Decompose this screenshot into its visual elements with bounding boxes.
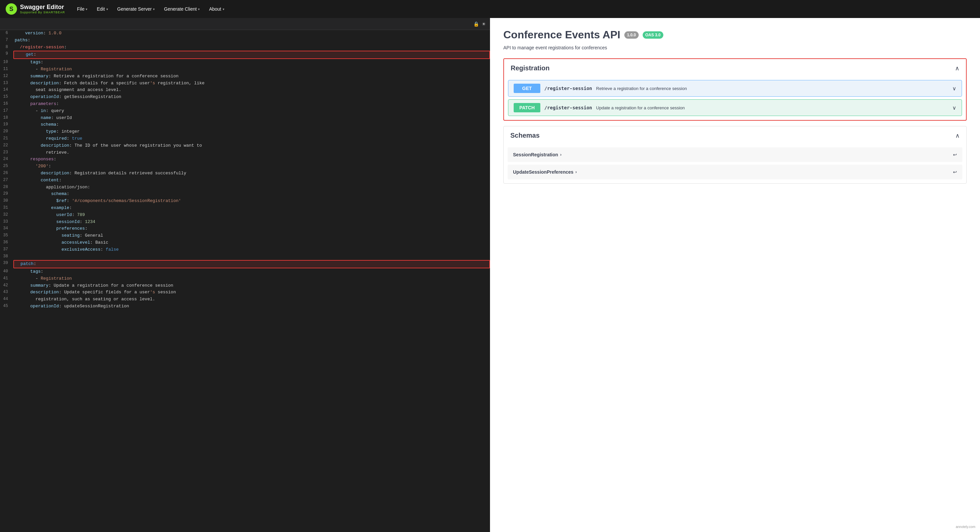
swagger-logo-icon: S	[5, 3, 18, 15]
smartbear-label: Supported By SMARTBEAR	[20, 11, 65, 14]
navbar: S Swagger Editor Supported By SMARTBEAR …	[0, 0, 980, 18]
schemas-header[interactable]: Schemas ∧	[504, 126, 966, 145]
code-line-32: 32 userId: 789	[0, 212, 490, 219]
code-line-22: 22 description: The ID of the user whose…	[0, 142, 490, 149]
code-line-25: 25 '200':	[0, 163, 490, 170]
code-line-39: 39 patch:	[0, 260, 490, 268]
session-registration-label: SessionRegistration	[513, 152, 558, 157]
swagger-label: Swagger Editor	[20, 4, 65, 11]
code-line-13: 13 description: Fetch details for a spec…	[0, 80, 490, 87]
code-line-23: 23 retrieve.	[0, 149, 490, 156]
get-register-session-row[interactable]: GET /register-session Retrieve a registr…	[508, 80, 962, 97]
patch-chevron-icon: ∨	[952, 105, 956, 111]
watermark: annotely.com	[954, 524, 977, 529]
code-line-28: 28 application/json:	[0, 184, 490, 191]
file-arrow-icon: ▾	[86, 7, 88, 11]
session-registration-arrow-icon: ↩	[953, 152, 957, 157]
code-line-21: 21 required: true	[0, 135, 490, 142]
code-line-36: 36 accessLevel: Basic	[0, 239, 490, 246]
code-line-43: 43 description: Update specific fields f…	[0, 289, 490, 296]
code-line-20: 20 type: integer	[0, 128, 490, 135]
update-session-expand-icon: ›	[575, 170, 577, 174]
editor-toolbar: 🔒 ☀	[0, 18, 490, 30]
get-endpoint-path: /register-session	[544, 86, 592, 91]
code-line-19: 19 schema:	[0, 121, 490, 128]
code-line-38: 38	[0, 253, 490, 260]
code-line-33: 33 sessionId: 1234	[0, 219, 490, 226]
code-line-7: 7 paths:	[0, 37, 490, 44]
code-line-26: 26 description: Registration details ret…	[0, 170, 490, 177]
registration-title: Registration	[511, 64, 550, 72]
nav-generate-server[interactable]: Generate Server ▾	[113, 4, 159, 14]
code-line-41: 41 - Registration	[0, 276, 490, 282]
gen-client-arrow-icon: ▾	[198, 7, 200, 11]
get-endpoint-desc: Retrieve a registration for a conference…	[596, 86, 952, 91]
api-title: Conference Events API	[503, 29, 620, 41]
oas-badge: OAS 3.0	[643, 31, 663, 39]
code-line-40: 40 tags:	[0, 268, 490, 276]
code-line-6: 6 version: 1.0.0	[0, 30, 490, 37]
registration-section-header[interactable]: Registration ∧	[504, 59, 966, 77]
code-line-34: 34 preferences:	[0, 225, 490, 233]
gen-server-arrow-icon: ▾	[153, 7, 155, 11]
nav-edit[interactable]: Edit ▾	[93, 4, 112, 14]
code-line-11: 11 - Registration	[0, 66, 490, 73]
patch-endpoint-desc: Update a registration for a conference s…	[596, 105, 952, 110]
code-line-8: 8 /register-session:	[0, 44, 490, 51]
code-line-17: 17 - in: query	[0, 108, 490, 115]
update-session-preferences-schema[interactable]: UpdateSessionPreferences › ↩	[508, 165, 963, 179]
code-line-37: 37 exclusiveAccess: false	[0, 246, 490, 253]
get-chevron-icon: ∨	[952, 85, 956, 92]
code-line-24: 24 responses:	[0, 156, 490, 163]
schemas-title: Schemas	[510, 132, 540, 139]
editor-panel: 🔒 ☀ 6 version: 1.0.0 7 paths: 8 /registe…	[0, 18, 490, 532]
code-line-35: 35 seating: General	[0, 233, 490, 239]
schemas-section: Schemas ∧ SessionRegistration › ↩ Update…	[503, 126, 967, 184]
code-line-15: 15 operationId: getSessionRegistration	[0, 94, 490, 101]
patch-method-badge: PATCH	[514, 103, 540, 112]
code-line-31: 31 example:	[0, 205, 490, 212]
session-registration-schema[interactable]: SessionRegistration › ↩	[508, 147, 963, 162]
update-session-arrow-icon: ↩	[953, 169, 957, 175]
get-method-badge: GET	[514, 84, 540, 93]
code-line-14: 14 seat assignment and access level.	[0, 87, 490, 94]
edit-arrow-icon: ▾	[107, 7, 108, 11]
logo: S Swagger Editor Supported By SMARTBEAR	[5, 3, 65, 15]
code-line-12: 12 summary: Retrieve a registration for …	[0, 73, 490, 80]
code-line-42: 42 summary: Update a registration for a …	[0, 282, 490, 289]
code-line-27: 27 content:	[0, 177, 490, 184]
nav-file[interactable]: File ▾	[73, 4, 92, 14]
registration-collapse-icon: ∧	[955, 65, 959, 72]
update-session-preferences-label: UpdateSessionPreferences	[513, 169, 573, 175]
lock-icon[interactable]: 🔒	[473, 21, 479, 27]
patch-endpoint-path: /register-session	[544, 105, 592, 110]
editor-content[interactable]: 6 version: 1.0.0 7 paths: 8 /register-se…	[0, 30, 490, 532]
code-line-30: 30 $ref: '#/components/schemas/SessionRe…	[0, 198, 490, 205]
api-description: API to manage event registrations for co…	[503, 45, 967, 50]
version-badge: 1.0.0	[624, 31, 639, 39]
schemas-collapse-icon: ∧	[955, 132, 960, 139]
code-line-44: 44 registration, such as seating or acce…	[0, 296, 490, 303]
logo-text: Swagger Editor Supported By SMARTBEAR	[20, 4, 65, 14]
code-line-18: 18 name: userId	[0, 115, 490, 122]
code-line-45: 45 operationId: updateSessionRegistratio…	[0, 303, 490, 310]
session-registration-expand-icon: ›	[560, 152, 562, 157]
code-line-10: 10 tags:	[0, 59, 490, 66]
theme-toggle-icon[interactable]: ☀	[482, 21, 486, 27]
registration-section: Registration ∧ GET /register-session Ret…	[503, 58, 967, 121]
nav-generate-client[interactable]: Generate Client ▾	[160, 4, 204, 14]
nav-menu: File ▾ Edit ▾ Generate Server ▾ Generate…	[73, 4, 228, 14]
about-arrow-icon: ▾	[223, 7, 224, 11]
code-line-16: 16 parameters:	[0, 101, 490, 108]
main-container: 🔒 ☀ 6 version: 1.0.0 7 paths: 8 /registe…	[0, 18, 980, 532]
nav-about[interactable]: About ▾	[205, 4, 228, 14]
swagger-panel: Conference Events API 1.0.0 OAS 3.0 API …	[490, 18, 980, 532]
code-line-9: 9 get:	[0, 51, 490, 59]
svg-text:S: S	[10, 6, 13, 12]
api-title-row: Conference Events API 1.0.0 OAS 3.0	[503, 29, 967, 41]
patch-register-session-row[interactable]: PATCH /register-session Update a registr…	[508, 99, 962, 116]
api-header: Conference Events API 1.0.0 OAS 3.0 API …	[503, 29, 967, 50]
code-line-29: 29 schema:	[0, 191, 490, 198]
